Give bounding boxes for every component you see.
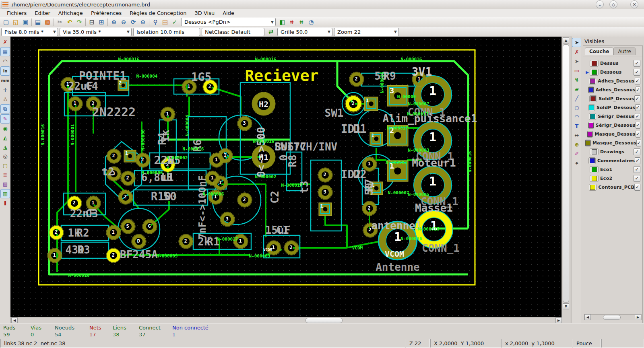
cut-icon[interactable]: ✂ (56, 18, 64, 27)
vertical-scrollbar[interactable]: ▲ ▼ (561, 37, 570, 324)
zoom-fit-icon[interactable]: ⊙ (138, 18, 147, 27)
netlist-icon[interactable]: ▤ (161, 18, 169, 27)
layer-color-swatch[interactable] (589, 105, 594, 110)
print-icon[interactable]: ⊟ (87, 18, 96, 27)
layer-color-swatch[interactable] (588, 87, 594, 93)
select-tool-icon[interactable]: ➤ (572, 38, 582, 47)
add-text-icon[interactable]: T (572, 122, 581, 130)
menu-pr-f-rences[interactable]: Préférences (87, 10, 125, 16)
layer-color-swatch[interactable] (590, 185, 595, 190)
menu-r-gles-de-conception[interactable]: Règles de Conception (126, 10, 190, 16)
layer-visibility-checkbox[interactable]: ✓ (636, 86, 640, 93)
grid-visibility-icon[interactable]: ▦ (0, 47, 10, 56)
layer-row-adhes_dessous[interactable]: Adhes_Dessous✓ (583, 85, 642, 94)
layer-color-swatch[interactable] (590, 158, 595, 163)
layer-visibility-checkbox[interactable]: ✓ (635, 157, 640, 164)
layer-visibility-checkbox[interactable]: ✓ (634, 184, 640, 191)
add-zone-icon[interactable]: ▰ (572, 85, 581, 93)
grid-selector[interactable]: Grille 50,0 ▼ (277, 28, 332, 36)
open-board-icon[interactable]: ◱ (11, 18, 20, 27)
add-target-icon[interactable]: ⊕ (572, 140, 581, 149)
freeroute-icon[interactable]: ◔ (307, 18, 316, 27)
menu-editer[interactable]: Editer (31, 10, 54, 16)
find-icon[interactable]: ⚲ (151, 18, 160, 27)
highlight-net-icon[interactable]: ✗ (572, 48, 581, 56)
add-line-icon[interactable]: ╱ (572, 94, 581, 103)
layer-visibility-checkbox[interactable]: ✓ (636, 140, 641, 146)
layer-row-contours_pcb[interactable]: Contours_PCB✓ (583, 183, 642, 192)
layer-color-swatch[interactable] (592, 167, 597, 172)
menu-3d-visu[interactable]: 3D Visu (191, 10, 219, 16)
layer-row-soldp_dessus[interactable]: SoldP_Dessus✓ (583, 94, 642, 103)
panel-scroll-left-icon[interactable]: ◀ (584, 314, 591, 320)
units-mm-icon[interactable]: mm (1, 76, 10, 85)
add-track-icon[interactable]: ↯ (572, 76, 581, 84)
tab-autre[interactable]: Autre (613, 47, 636, 55)
scroll-left-icon[interactable]: ◀ (11, 317, 18, 323)
module-ratsnest-icon[interactable]: ⧉ (0, 104, 10, 113)
layer-row-adhes_dessus[interactable]: Adhes_Dessus✓ (583, 76, 642, 85)
layer-row-dessous[interactable]: ▶Dessous✓ (583, 68, 642, 76)
layers-manager-icon[interactable]: ▥ (0, 189, 10, 198)
layer-row-masque_dessous[interactable]: Masque_Dessous✓ (583, 138, 642, 147)
layer-color-swatch[interactable] (592, 176, 597, 181)
drc-icon[interactable]: ✓ (170, 18, 179, 27)
via-size-selector[interactable]: Via 35,0 mils * ▼ (60, 28, 132, 36)
layer-row-drawings[interactable]: Drawings✓ (583, 147, 642, 156)
layer-selector[interactable]: Dessous <PgDn> ▼ (181, 18, 276, 26)
module-editor-icon[interactable]: ▩ (43, 18, 52, 27)
tab-couche[interactable]: Couche (585, 47, 613, 55)
add-arc-icon[interactable]: ◠ (572, 113, 581, 121)
layer-visibility-checkbox[interactable]: ✓ (635, 104, 640, 111)
zoom-out-icon[interactable]: ⊖ (119, 18, 128, 27)
units-inch-icon[interactable]: in (0, 66, 10, 76)
scroll-right-icon[interactable]: ▶ (555, 317, 562, 323)
layer-row-eco2[interactable]: Eco2✓ (583, 174, 642, 183)
layer-row-dessus[interactable]: Dessus✓ (583, 59, 642, 68)
tracks-sketch-icon[interactable]: ≡ (1, 171, 10, 179)
layer-color-swatch[interactable] (590, 96, 596, 101)
undo-icon[interactable]: ↶ (65, 18, 74, 27)
minimize-button[interactable]: ⌄ (596, 0, 604, 8)
scroll-up-icon[interactable]: ▲ (563, 37, 569, 43)
layer-row-sérigr_dessus[interactable]: Sérigr_Dessus✓ (583, 112, 642, 121)
grid-dots-icon[interactable]: ⌗ (287, 18, 296, 27)
close-button[interactable]: ✕ (630, 0, 638, 8)
grid-axis-icon[interactable]: ⌗ (297, 18, 306, 27)
auto-delete-track-icon[interactable]: ✎ (0, 114, 10, 124)
layer-visibility-checkbox[interactable]: ✓ (634, 69, 640, 76)
layer-visibility-checkbox[interactable]: ✓ (635, 78, 640, 84)
cursor-shape-icon[interactable]: ✛ (1, 86, 10, 94)
layer-color-swatch[interactable] (590, 78, 595, 84)
high-contrast-icon[interactable]: ▧ (1, 180, 10, 188)
scroll-down-icon[interactable]: ▼ (563, 303, 569, 309)
new-board-icon[interactable]: ▢ (2, 18, 10, 27)
layer-row-sérigr_dessous[interactable]: Sérigr_Dessous✓ (583, 121, 642, 130)
redraw-icon[interactable]: ⟳ (129, 18, 138, 27)
layer-visibility-checkbox[interactable]: ✓ (634, 95, 640, 102)
zones-show-icon[interactable]: ◉ (1, 124, 10, 133)
layer-color-swatch[interactable] (592, 149, 597, 154)
add-dimension-icon[interactable]: ↔ (572, 131, 581, 140)
menu-affichage[interactable]: Affichage (55, 10, 87, 16)
layer-pair-icon[interactable]: ◧ (278, 18, 287, 27)
polar-coords-icon[interactable]: ◠ (1, 57, 10, 66)
plot-icon[interactable]: ⊞ (97, 18, 106, 27)
zoom-selector[interactable]: Zoom 22 ▼ (334, 28, 399, 36)
layer-row-soldp_dessous[interactable]: SoldP_Dessous✓ (583, 103, 642, 112)
drc-off-icon[interactable]: ✗ (1, 38, 10, 46)
net-class-icon[interactable]: ⇄ (266, 27, 275, 36)
layer-color-swatch[interactable] (587, 132, 592, 137)
layer-visibility-checkbox[interactable]: ✓ (634, 166, 640, 173)
page-settings-icon[interactable]: ⬓ (33, 18, 42, 27)
zones-disable-icon[interactable]: ◭ (1, 134, 10, 142)
layer-visibility-checkbox[interactable]: ✓ (635, 113, 640, 120)
delete-item-icon[interactable]: ✐ (572, 150, 581, 158)
layer-visibility-checkbox[interactable]: ✓ (636, 122, 640, 129)
layer-visibility-checkbox[interactable]: ✓ (634, 175, 640, 182)
layer-color-swatch[interactable] (592, 61, 597, 66)
layer-row-masque_dessus[interactable]: Masque_Dessus✓ (583, 130, 642, 138)
layer-color-swatch[interactable] (590, 114, 595, 119)
menu-fichiers[interactable]: Fichiers (3, 10, 30, 16)
microwave-icon[interactable]: ⫴ (1, 199, 10, 208)
